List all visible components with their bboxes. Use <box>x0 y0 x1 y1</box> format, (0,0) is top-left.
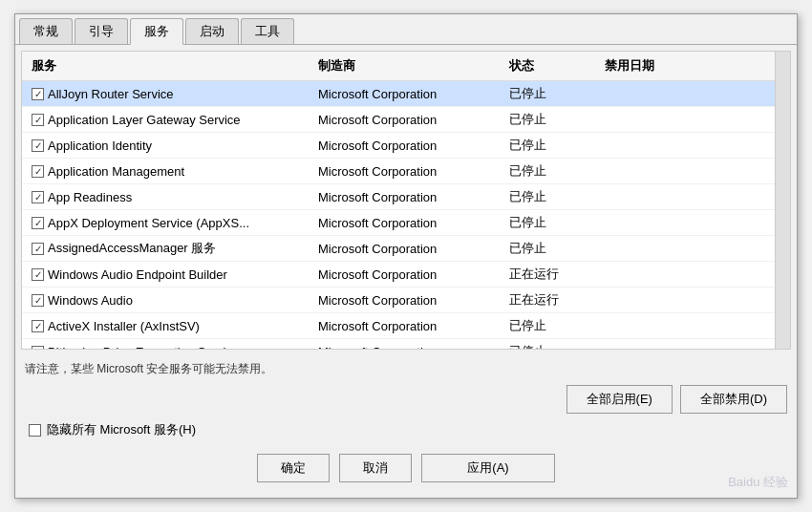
service-checkbox[interactable] <box>32 217 44 229</box>
service-status: 已停止 <box>505 342 601 349</box>
header-status: 状态 <box>505 55 601 76</box>
tab-tools[interactable]: 工具 <box>241 18 294 44</box>
footer-buttons: 确定 取消 应用(A) <box>25 448 787 492</box>
tab-boot[interactable]: 引导 <box>75 18 128 44</box>
service-vendor: Microsoft Corporation <box>314 215 505 231</box>
table-row[interactable]: Windows AudioMicrosoft Corporation正在运行 <box>22 288 775 313</box>
service-status: 已停止 <box>505 213 601 232</box>
service-vendor: Microsoft Corporation <box>314 138 505 154</box>
service-name: App Readiness <box>48 190 132 204</box>
table-body: AllJoyn Router ServiceMicrosoft Corporat… <box>22 81 775 349</box>
service-vendor: Microsoft Corporation <box>314 318 505 334</box>
service-checkbox[interactable] <box>32 191 44 203</box>
ok-button[interactable]: 确定 <box>257 454 330 482</box>
service-name: Windows Audio <box>48 293 133 308</box>
table-row[interactable]: BitLocker Drive Encryption ServiceMicros… <box>22 339 775 349</box>
table-row[interactable]: App ReadinessMicrosoft Corporation已停止 <box>22 184 775 210</box>
service-name: AllJoyn Router Service <box>48 87 174 101</box>
service-vendor: Microsoft Corporation <box>314 86 505 102</box>
service-vendor: Microsoft Corporation <box>314 292 505 309</box>
header-service: 服务 <box>28 55 314 76</box>
service-disabled-date <box>601 273 696 275</box>
service-status: 已停止 <box>505 239 601 258</box>
service-checkbox[interactable] <box>32 346 44 350</box>
tab-general[interactable]: 常规 <box>19 18 73 44</box>
table-row[interactable]: ActiveX Installer (AxInstSV)Microsoft Co… <box>22 313 775 339</box>
hide-microsoft-checkbox[interactable] <box>29 424 41 437</box>
service-checkbox[interactable] <box>32 320 44 332</box>
service-checkbox[interactable] <box>32 165 44 178</box>
disable-all-button[interactable]: 全部禁用(D) <box>680 385 787 414</box>
table-row[interactable]: Application ManagementMicrosoft Corporat… <box>22 159 775 184</box>
service-checkbox[interactable] <box>32 88 44 100</box>
service-vendor: Microsoft Corporation <box>314 112 505 128</box>
service-disabled-date <box>601 170 696 172</box>
service-name: AssignedAccessManager 服务 <box>48 240 216 257</box>
service-checkbox[interactable] <box>32 294 44 307</box>
service-disabled-date <box>601 325 696 327</box>
scrollbar[interactable] <box>775 52 790 349</box>
service-status: 正在运行 <box>505 265 601 284</box>
service-name: AppX Deployment Service (AppXS... <box>48 216 249 230</box>
hide-microsoft-row: 隐藏所有 Microsoft 服务(H) <box>25 421 787 438</box>
service-vendor: Microsoft Corporation <box>314 189 505 205</box>
hide-microsoft-label: 隐藏所有 Microsoft 服务(H) <box>47 421 196 438</box>
service-status: 已停止 <box>505 316 601 335</box>
service-disabled-date <box>601 93 696 95</box>
tab-services[interactable]: 服务 <box>130 18 183 45</box>
tab-startup[interactable]: 启动 <box>185 18 239 44</box>
top-button-row: 全部启用(E) 全部禁用(D) <box>25 385 787 414</box>
service-checkbox[interactable] <box>32 268 44 281</box>
apply-button[interactable]: 应用(A) <box>421 454 555 482</box>
service-vendor: Microsoft Corporation <box>314 344 505 350</box>
service-status: 已停止 <box>505 110 601 129</box>
service-status: 已停止 <box>505 187 601 206</box>
services-table-container: 服务 制造商 状态 禁用日期 AllJoyn Router ServiceMic… <box>21 51 791 350</box>
service-name: Windows Audio Endpoint Builder <box>48 267 227 282</box>
tab-bar: 常规 引导 服务 启动 工具 <box>15 14 797 45</box>
table-header: 服务 制造商 状态 禁用日期 <box>22 52 775 81</box>
table-row[interactable]: AllJoyn Router ServiceMicrosoft Corporat… <box>22 81 775 107</box>
service-vendor: Microsoft Corporation <box>314 267 505 283</box>
service-status: 已停止 <box>505 161 601 181</box>
service-status: 正在运行 <box>505 290 601 309</box>
service-name: Application Management <box>48 164 184 179</box>
service-disabled-date <box>601 299 696 301</box>
service-checkbox[interactable] <box>32 243 44 255</box>
service-disabled-date <box>601 222 696 224</box>
service-name: Application Layer Gateway Service <box>48 113 241 127</box>
table-row[interactable]: Windows Audio Endpoint BuilderMicrosoft … <box>22 262 775 288</box>
service-disabled-date <box>601 196 696 198</box>
notice-text: 请注意，某些 Microsoft 安全服务可能无法禁用。 <box>25 361 787 377</box>
service-status: 已停止 <box>505 84 601 103</box>
service-disabled-date <box>601 144 696 146</box>
bottom-area: 请注意，某些 Microsoft 安全服务可能无法禁用。 全部启用(E) 全部禁… <box>15 355 797 498</box>
table-row[interactable]: Application Layer Gateway ServiceMicroso… <box>22 107 775 133</box>
service-name: ActiveX Installer (AxInstSV) <box>48 319 200 333</box>
service-checkbox[interactable] <box>32 139 44 152</box>
table-row[interactable]: Application IdentityMicrosoft Corporatio… <box>22 133 775 159</box>
service-disabled-date <box>601 118 696 120</box>
service-name: BitLocker Drive Encryption Service <box>48 345 239 350</box>
table-row[interactable]: AssignedAccessManager 服务Microsoft Corpor… <box>22 236 775 262</box>
cancel-button[interactable]: 取消 <box>339 454 412 482</box>
service-vendor: Microsoft Corporation <box>314 163 505 180</box>
service-vendor: Microsoft Corporation <box>314 241 505 257</box>
service-checkbox[interactable] <box>32 114 44 126</box>
service-disabled-date <box>601 247 696 249</box>
table-row[interactable]: AppX Deployment Service (AppXS...Microso… <box>22 210 775 236</box>
service-status: 已停止 <box>505 136 601 155</box>
header-disabled-date: 禁用日期 <box>601 55 696 76</box>
enable-all-button[interactable]: 全部启用(E) <box>566 385 673 414</box>
service-name: Application Identity <box>48 139 152 153</box>
header-vendor: 制造商 <box>314 55 505 76</box>
